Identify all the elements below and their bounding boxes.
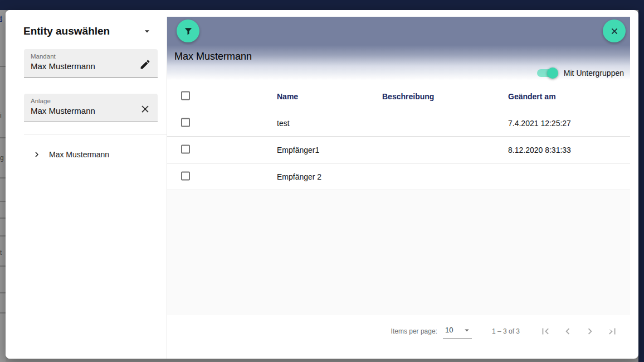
- last-page-icon: [606, 325, 618, 337]
- mandant-field[interactable]: Mandant Max Mustermann: [24, 49, 158, 78]
- next-page-icon: [584, 325, 596, 337]
- background-right-strip: [638, 0, 644, 362]
- column-header-beschreibung[interactable]: Beschreibung: [382, 92, 434, 101]
- backdrop-text-fragment: g: [0, 154, 6, 162]
- table-row[interactable]: Empfänger 2: [167, 163, 630, 190]
- last-page-button[interactable]: [601, 320, 623, 342]
- table-empty-area: [167, 190, 630, 315]
- backdrop-text-fragment: t: [0, 249, 6, 257]
- next-page-button[interactable]: [579, 320, 601, 342]
- filter-button[interactable]: [177, 20, 199, 42]
- mandant-field-label: Mandant: [31, 53, 133, 60]
- sidebar-title-row[interactable]: Entity auswählen: [23, 25, 153, 37]
- entity-detail-panel: Max Mustermann Mit Untergruppen Name Bes…: [167, 17, 630, 359]
- column-header-geaendert-am[interactable]: Geändert am: [508, 92, 556, 101]
- pencil-icon: [139, 59, 151, 70]
- backdrop-text-fragment: i: [0, 112, 6, 119]
- select-all-checkbox[interactable]: [181, 91, 190, 102]
- page-size-select[interactable]: 10: [443, 324, 472, 339]
- row-checkbox[interactable]: [181, 171, 190, 182]
- row-name: Empfänger 2: [277, 172, 321, 181]
- close-x-icon: [609, 26, 620, 37]
- chevron-right-icon[interactable]: [32, 149, 42, 160]
- dimmed-page-backdrop: t i g t: [0, 10, 6, 362]
- page-size-value: 10: [445, 326, 453, 334]
- caret-down-icon[interactable]: [142, 26, 153, 37]
- dialog-title: Entity auswählen: [23, 25, 110, 37]
- row-geaendert-am: 8.12.2020 8:31:33: [508, 146, 571, 155]
- clear-x-icon: [139, 103, 151, 115]
- column-header-name[interactable]: Name: [277, 92, 298, 101]
- panel-header-gradient: Max Mustermann Mit Untergruppen: [167, 45, 630, 83]
- items-per-page-label: Items per page:: [391, 327, 437, 335]
- anlage-field-value: Max Mustermann: [31, 106, 133, 115]
- row-name: Empfänger1: [277, 146, 319, 155]
- anlage-field[interactable]: Anlage Max Mustermann: [24, 94, 158, 122]
- browser-top-bar: [0, 0, 644, 10]
- clear-anlage-button[interactable]: [138, 102, 152, 116]
- mandant-field-value: Max Mustermann: [31, 61, 133, 71]
- row-checkbox[interactable]: [181, 144, 190, 155]
- tree-item-max-mustermann[interactable]: Max Mustermann: [6, 144, 167, 165]
- entity-sidebar: Entity auswählen Mandant Max Mustermann …: [6, 10, 167, 359]
- row-geaendert-am: 7.4.2021 12:25:27: [508, 119, 571, 128]
- table-row[interactable]: Empfänger1 8.12.2020 8:31:33: [167, 137, 630, 163]
- screen: t i g t Entity auswählen Mandant Max Mus…: [0, 0, 644, 362]
- row-name: test: [277, 119, 290, 128]
- panel-title: Max Mustermann: [174, 51, 252, 62]
- subgroups-toggle[interactable]: [537, 67, 558, 79]
- subgroups-toggle-row: Mit Untergruppen: [537, 67, 624, 79]
- dropdown-arrow-icon: [462, 325, 472, 335]
- first-page-button[interactable]: [534, 320, 557, 342]
- filter-funnel-icon: [183, 26, 194, 37]
- sidebar-divider: [24, 134, 167, 134]
- panel-header-bar: [167, 17, 630, 45]
- backdrop-text-fragment: t: [0, 15, 6, 22]
- first-page-icon: [539, 325, 552, 337]
- paginator-nav: [534, 320, 623, 342]
- anlage-field-label: Anlage: [31, 98, 133, 104]
- toggle-thumb[interactable]: [547, 67, 558, 79]
- subgroups-toggle-label: Mit Untergruppen: [564, 69, 624, 78]
- row-checkbox[interactable]: [181, 118, 190, 128]
- paginator: Items per page: 10 1 – 3 of 3: [167, 315, 630, 347]
- previous-page-icon: [562, 325, 574, 337]
- range-label: 1 – 3 of 3: [492, 327, 520, 335]
- table-body: test 7.4.2021 12:25:27 Empfänger1 8.12.2…: [167, 110, 630, 190]
- tree-item-label: Max Mustermann: [49, 150, 109, 159]
- close-button[interactable]: [603, 20, 626, 42]
- table-header-row: Name Beschreibung Geändert am: [167, 83, 630, 110]
- edit-mandant-button[interactable]: [138, 57, 152, 71]
- previous-page-button[interactable]: [557, 320, 579, 342]
- table-row[interactable]: test 7.4.2021 12:25:27: [167, 110, 630, 137]
- entity-select-dialog: Entity auswählen Mandant Max Mustermann …: [6, 10, 638, 359]
